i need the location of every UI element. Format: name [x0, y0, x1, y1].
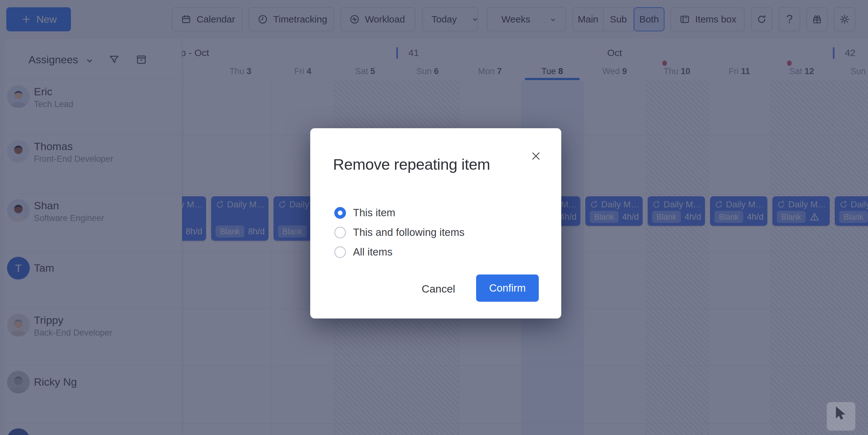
remove-repeating-item-dialog: Remove repeating item This itemThis and … [310, 128, 561, 318]
radio-option[interactable]: All items [334, 242, 464, 262]
workload-planner-app: New Calendar Timetracking Workload Today [0, 0, 868, 435]
cancel-button[interactable]: Cancel [415, 278, 462, 300]
radio-unselected-icon[interactable] [334, 227, 346, 239]
radio-unselected-icon[interactable] [334, 246, 346, 258]
radio-option-label: This and following items [353, 226, 464, 239]
close-icon[interactable] [529, 149, 543, 163]
radio-selected-icon[interactable] [334, 207, 346, 219]
dialog-title: Remove repeating item [333, 155, 490, 173]
cursor-arrow-icon [835, 406, 848, 422]
confirm-button[interactable]: Confirm [476, 275, 539, 302]
mouse-cursor-highlight [827, 402, 855, 431]
radio-option[interactable]: This and following items [334, 223, 464, 242]
radio-option[interactable]: This item [334, 203, 464, 223]
radio-option-label: This item [353, 207, 395, 219]
remove-scope-options: This itemThis and following itemsAll ite… [334, 203, 464, 262]
radio-option-label: All items [353, 246, 393, 258]
